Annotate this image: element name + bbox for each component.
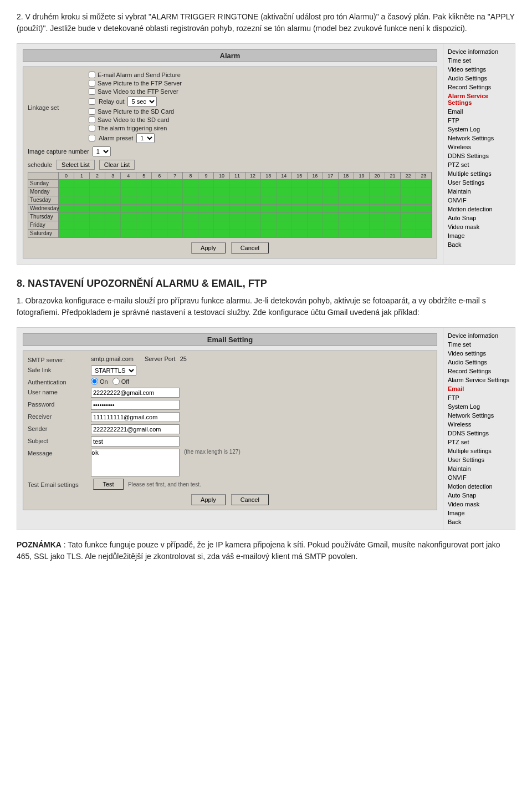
day-cell-wednesday-0[interactable] [59, 205, 74, 212]
day-cell-monday-12[interactable] [245, 188, 261, 196]
day-cell-monday-9[interactable] [198, 188, 214, 196]
day-cell-sunday-11[interactable] [230, 180, 245, 187]
day-cell-friday-3[interactable] [105, 221, 121, 229]
day-cell-monday-15[interactable] [292, 188, 308, 196]
alarm-sidebar-item-14[interactable]: User Settings [448, 178, 510, 187]
day-cell-sunday-4[interactable] [121, 180, 136, 187]
email-sidebar-item-6[interactable]: Email [448, 384, 510, 393]
day-cell-friday-18[interactable] [339, 221, 354, 229]
day-cell-saturday-20[interactable] [370, 230, 385, 237]
day-cell-wednesday-4[interactable] [121, 205, 136, 212]
day-cell-thursday-20[interactable] [370, 213, 385, 221]
relay-select[interactable]: 5 sec [127, 97, 157, 106]
day-cell-monday-1[interactable] [74, 188, 90, 196]
day-cell-monday-3[interactable] [105, 188, 121, 196]
day-cell-friday-11[interactable] [230, 221, 245, 229]
day-cells-monday[interactable] [59, 188, 432, 196]
day-cell-tuesday-5[interactable] [136, 196, 152, 204]
email-sidebar-item-7[interactable]: FTP [448, 393, 510, 402]
day-cell-friday-7[interactable] [167, 221, 183, 229]
day-cell-tuesday-11[interactable] [230, 196, 245, 204]
email-sidebar-item-17[interactable]: Motion detection [448, 482, 510, 491]
alarm-sidebar-item-7[interactable]: FTP [448, 116, 510, 125]
day-cell-saturday-7[interactable] [167, 230, 183, 237]
day-cell-saturday-21[interactable] [385, 230, 401, 237]
day-cell-wednesday-19[interactable] [354, 205, 370, 212]
day-cell-friday-22[interactable] [401, 221, 416, 229]
day-cell-friday-17[interactable] [323, 221, 339, 229]
email-sidebar-item-13[interactable]: Multiple settings [448, 446, 510, 455]
day-cell-thursday-11[interactable] [230, 213, 245, 221]
day-cell-monday-5[interactable] [136, 188, 152, 196]
email-sidebar-item-14[interactable]: User Settings [448, 455, 510, 464]
day-cell-sunday-1[interactable] [74, 180, 90, 187]
day-cell-tuesday-18[interactable] [339, 196, 354, 204]
day-cell-saturday-18[interactable] [339, 230, 354, 237]
alarm-sidebar-item-17[interactable]: Motion detection [448, 205, 510, 214]
day-cell-thursday-22[interactable] [401, 213, 416, 221]
day-cell-thursday-10[interactable] [214, 213, 229, 221]
day-cell-thursday-21[interactable] [385, 213, 401, 221]
day-cell-tuesday-2[interactable] [90, 196, 105, 204]
sender-input[interactable] [91, 424, 180, 434]
day-cell-wednesday-1[interactable] [74, 205, 90, 212]
alarm-sidebar-item-21[interactable]: Back [448, 240, 510, 249]
checkbox-sd-vid-input[interactable] [89, 116, 95, 123]
checkbox-siren-input[interactable] [89, 125, 95, 131]
day-cell-tuesday-4[interactable] [121, 196, 136, 204]
day-cell-friday-15[interactable] [292, 221, 308, 229]
day-cell-sunday-21[interactable] [385, 180, 401, 187]
safe-link-select[interactable]: STARTTLS [91, 365, 136, 375]
day-cell-sunday-23[interactable] [416, 180, 432, 187]
day-cell-tuesday-8[interactable] [183, 196, 198, 204]
day-cell-friday-2[interactable] [90, 221, 105, 229]
day-cell-friday-6[interactable] [152, 221, 167, 229]
day-cell-saturday-16[interactable] [308, 230, 323, 237]
day-cell-friday-9[interactable] [198, 221, 214, 229]
alarm-sidebar-item-8[interactable]: System Log [448, 125, 510, 134]
day-cell-thursday-6[interactable] [152, 213, 167, 221]
preset-select[interactable]: 1 [136, 133, 155, 143]
checkbox-ftp-vid-input[interactable] [89, 88, 95, 95]
alarm-apply-button[interactable]: Apply [191, 242, 226, 253]
day-cells-thursday[interactable] [59, 213, 432, 221]
alarm-sidebar-item-1[interactable]: Time set [448, 56, 510, 65]
day-cell-thursday-9[interactable] [198, 213, 214, 221]
day-cell-monday-14[interactable] [277, 188, 292, 196]
day-cell-tuesday-3[interactable] [105, 196, 121, 204]
day-cell-saturday-2[interactable] [90, 230, 105, 237]
day-cells-saturday[interactable] [59, 230, 432, 237]
day-cell-wednesday-17[interactable] [323, 205, 339, 212]
day-cell-thursday-13[interactable] [261, 213, 277, 221]
day-cell-sunday-2[interactable] [90, 180, 105, 187]
alarm-sidebar-item-16[interactable]: ONVIF [448, 196, 510, 205]
select-list-button[interactable]: Select List [57, 160, 95, 170]
day-cell-tuesday-9[interactable] [198, 196, 214, 204]
day-cell-thursday-5[interactable] [136, 213, 152, 221]
day-cell-thursday-7[interactable] [167, 213, 183, 221]
day-cell-saturday-19[interactable] [354, 230, 370, 237]
day-cell-friday-1[interactable] [74, 221, 90, 229]
day-cell-wednesday-9[interactable] [198, 205, 214, 212]
day-cell-monday-10[interactable] [214, 188, 229, 196]
day-cell-wednesday-22[interactable] [401, 205, 416, 212]
day-cell-wednesday-7[interactable] [167, 205, 183, 212]
day-cell-saturday-12[interactable] [245, 230, 261, 237]
day-cell-monday-4[interactable] [121, 188, 136, 196]
day-cell-wednesday-15[interactable] [292, 205, 308, 212]
day-cell-wednesday-23[interactable] [416, 205, 432, 212]
email-sidebar-item-21[interactable]: Back [448, 517, 510, 526]
alarm-sidebar-item-11[interactable]: DDNS Settings [448, 151, 510, 160]
day-cell-sunday-0[interactable] [59, 180, 74, 187]
day-cell-saturday-11[interactable] [230, 230, 245, 237]
day-cells-friday[interactable] [59, 221, 432, 229]
day-cell-thursday-18[interactable] [339, 213, 354, 221]
day-cell-wednesday-11[interactable] [230, 205, 245, 212]
day-cells-sunday[interactable] [59, 180, 432, 187]
day-cell-saturday-13[interactable] [261, 230, 277, 237]
day-cell-sunday-8[interactable] [183, 180, 198, 187]
day-cell-wednesday-5[interactable] [136, 205, 152, 212]
day-cell-saturday-22[interactable] [401, 230, 416, 237]
checkbox-sd-pic-input[interactable] [89, 108, 95, 115]
day-cell-thursday-4[interactable] [121, 213, 136, 221]
